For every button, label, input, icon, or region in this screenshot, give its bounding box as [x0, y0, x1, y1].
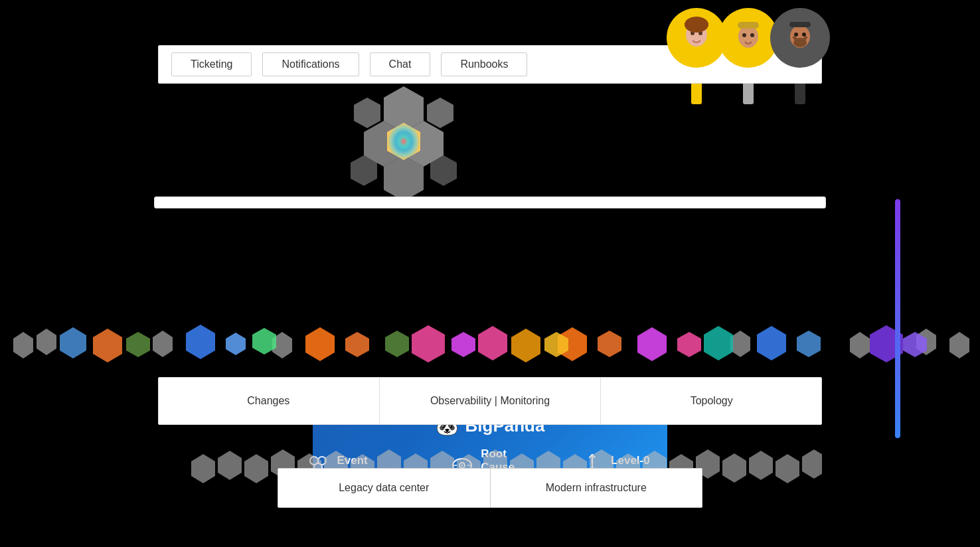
infrastructure-cards: Legacy data center Modern infrastructure	[278, 468, 702, 508]
avatar-head-3	[770, 8, 830, 68]
svg-point-19	[750, 33, 754, 37]
svg-point-32	[461, 465, 463, 467]
bigpanda-banner-container: 🐼 BigPanda Event Correlation	[154, 196, 826, 208]
observability-button[interactable]: Observability | Monitoring	[380, 377, 602, 425]
legacy-datacenter-card[interactable]: Legacy data center	[278, 468, 491, 508]
notifications-button[interactable]: Notifications	[262, 52, 359, 76]
avatar-man	[718, 8, 778, 104]
svg-rect-20	[738, 22, 759, 29]
changes-button[interactable]: Changes	[158, 377, 380, 425]
avatar-head-2	[718, 8, 778, 68]
modern-infrastructure-card[interactable]: Modern infrastructure	[491, 468, 703, 508]
runbooks-button[interactable]: Runbooks	[441, 52, 527, 76]
avatar-head-1	[667, 8, 726, 68]
svg-point-23	[794, 33, 798, 37]
avatar-beard	[770, 8, 830, 104]
ticketing-button[interactable]: Ticketing	[171, 52, 252, 76]
svg-rect-15	[685, 21, 708, 28]
sources-toolbar: Changes Observability | Monitoring Topol…	[158, 377, 822, 425]
right-accent-bar	[895, 199, 900, 438]
avatar-woman	[667, 8, 726, 104]
svg-point-18	[742, 33, 746, 37]
svg-rect-26	[789, 22, 811, 27]
avatars-container	[667, 8, 822, 104]
svg-point-24	[802, 33, 806, 37]
topology-button[interactable]: Topology	[601, 377, 822, 425]
chat-button[interactable]: Chat	[370, 52, 431, 76]
